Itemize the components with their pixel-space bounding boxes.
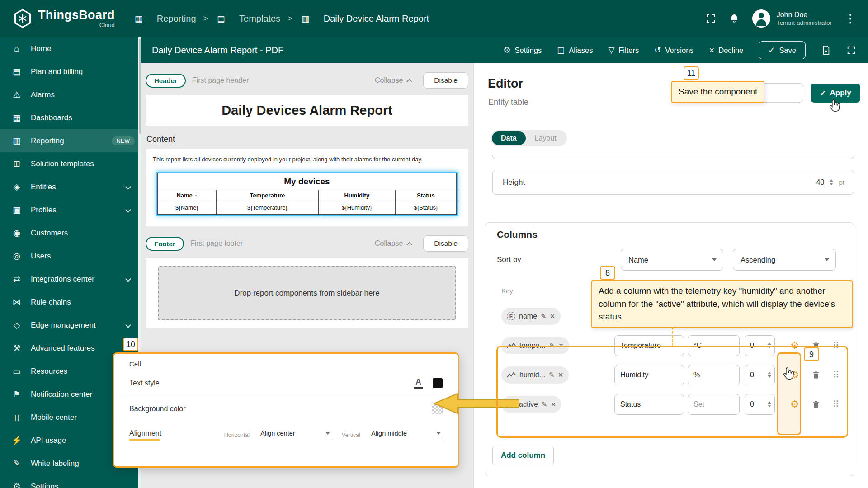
key-chip-name[interactable]: E name [501, 308, 561, 325]
tab-data[interactable]: Data [492, 131, 526, 145]
column-units-input[interactable] [688, 335, 740, 356]
sidebar-item-users[interactable]: Users [0, 244, 141, 267]
key-chip-temperature[interactable]: tempe... [501, 337, 569, 354]
column-decimals-input[interactable]: 0 [745, 394, 775, 415]
edit-icon[interactable] [549, 342, 555, 350]
sidebar-item-customers[interactable]: Customers [0, 221, 141, 244]
column-label-input[interactable] [614, 306, 684, 327]
sidebar-item-solution-templates[interactable]: Solution templates [0, 152, 141, 175]
step-down-icon[interactable] [768, 346, 771, 348]
drag-handle[interactable] [833, 311, 840, 322]
collapse-header-button[interactable]: Collapse [375, 76, 411, 84]
close-icon[interactable] [550, 312, 555, 321]
delete-column-button[interactable] [811, 400, 821, 409]
sidebar-item-plan-and-billing[interactable]: Plan and billing [0, 60, 141, 83]
column-settings-button[interactable] [790, 341, 799, 351]
edit-icon[interactable] [549, 371, 555, 379]
sidebar-item-alarms[interactable]: Alarms [0, 83, 141, 106]
key-chip-humidity[interactable]: humid... [501, 366, 569, 384]
drag-handle[interactable] [833, 399, 840, 410]
key-chip-active[interactable]: A active [501, 396, 561, 413]
filters-button[interactable]: Filters [608, 45, 639, 55]
step-down-icon[interactable] [768, 375, 771, 378]
sidebar-item-entities[interactable]: Entities [0, 175, 141, 198]
step-up-icon[interactable] [830, 179, 833, 182]
column-settings-button[interactable] [790, 399, 799, 409]
step-down-icon[interactable] [830, 183, 833, 185]
breadcrumb-current[interactable]: Daily Device Alarm Report [300, 14, 429, 24]
background-color-swatch[interactable] [432, 404, 443, 414]
vertical-align-select[interactable]: Align middle [370, 430, 443, 440]
column-label-input[interactable] [614, 394, 684, 415]
save-button[interactable]: Save [759, 41, 806, 59]
height-stepper[interactable] [830, 179, 833, 185]
disable-footer-button[interactable]: Disable [423, 235, 468, 252]
drag-handle[interactable] [833, 370, 840, 380]
edit-icon[interactable] [542, 400, 547, 408]
scrollbar-thumb[interactable] [139, 39, 141, 134]
add-column-button[interactable]: Add column [492, 446, 554, 465]
chevron-down-icon [712, 258, 717, 261]
sidebar-item-reporting[interactable]: ReportingNEW [0, 129, 141, 152]
breadcrumb-templates[interactable]: Templates [215, 14, 280, 24]
report-header-block[interactable]: Daily Devices Alarm Report [146, 95, 468, 126]
delete-column-button[interactable] [811, 341, 821, 350]
sort-order-select[interactable]: Ascending [733, 249, 836, 271]
step-up-icon[interactable] [768, 343, 771, 345]
edit-icon[interactable] [541, 312, 547, 320]
table-cell: ${Temperature} [216, 201, 318, 215]
billing-icon [11, 66, 23, 77]
timeseries-icon [507, 343, 516, 349]
disable-header-button[interactable]: Disable [423, 72, 468, 89]
export-pdf-button[interactable] [821, 45, 831, 55]
column-decimals-input[interactable]: 0 [745, 365, 775, 385]
decline-button[interactable]: Decline [709, 45, 744, 56]
step-down-icon[interactable] [768, 405, 771, 407]
delete-column-button[interactable] [811, 371, 821, 380]
user-menu[interactable]: John Doe Tenant administrator [752, 9, 832, 28]
column-units-input[interactable] [688, 394, 740, 415]
sidebar-item-home[interactable]: Home [0, 37, 141, 60]
step-up-icon[interactable] [768, 401, 771, 404]
editor-fullscreen-button[interactable] [846, 45, 856, 55]
close-icon[interactable] [551, 400, 556, 409]
more-menu-button[interactable] [844, 12, 856, 26]
brand[interactable]: ThingsBoard Cloud [13, 9, 115, 28]
apply-button[interactable]: Apply [811, 84, 860, 103]
component-dropzone[interactable]: Drop report components from sidebar here [158, 266, 456, 320]
aliases-button[interactable]: Aliases [557, 45, 593, 55]
step-up-icon[interactable] [768, 372, 771, 374]
sort-key-select[interactable]: Name [621, 249, 723, 271]
close-icon[interactable] [558, 371, 563, 380]
column-settings-button[interactable] [790, 370, 799, 380]
settings-button[interactable]: Settings [503, 45, 542, 55]
sidebar-item-profiles[interactable]: Profiles [0, 198, 141, 221]
column-units-input[interactable] [688, 365, 740, 385]
horizontal-align-select[interactable]: Align center [259, 430, 332, 440]
tab-layout[interactable]: Layout [526, 131, 566, 145]
column-label-input[interactable] [614, 365, 684, 385]
report-paragraph[interactable]: This report lists all devices currently … [153, 156, 461, 163]
sidebar-item-edge-management[interactable]: Edge management [0, 314, 141, 337]
collapse-footer-button[interactable]: Collapse [375, 239, 411, 248]
versions-button[interactable]: Versions [654, 45, 693, 55]
text-color-swatch[interactable] [433, 378, 443, 388]
breadcrumb-reporting[interactable]: Reporting [133, 14, 196, 24]
text-color-icon[interactable]: A [414, 378, 423, 389]
column-settings-button[interactable] [790, 311, 799, 321]
column-decimals-input[interactable]: 0 [745, 335, 775, 356]
height-value[interactable]: 40 [816, 178, 824, 187]
preview-table[interactable]: My devices Name Temperature Humidity Sta… [157, 173, 457, 215]
sidebar-item-integrations-center[interactable]: Integrations center [0, 267, 141, 291]
sidebar-item-settings[interactable]: Settings [0, 475, 141, 488]
drag-handle[interactable] [833, 340, 840, 351]
sidebar-item-rule-chains[interactable]: Rule chains [0, 291, 141, 314]
bell-icon [729, 13, 740, 24]
sidebar-item-dashboards[interactable]: Dashboards [0, 106, 141, 129]
column-label-input[interactable] [614, 335, 684, 356]
close-icon[interactable] [558, 341, 563, 350]
covered-button[interactable] [745, 83, 803, 103]
header-fullscreen-button[interactable] [705, 13, 716, 24]
notifications-button[interactable] [729, 13, 740, 24]
delete-column-button[interactable] [811, 312, 821, 321]
